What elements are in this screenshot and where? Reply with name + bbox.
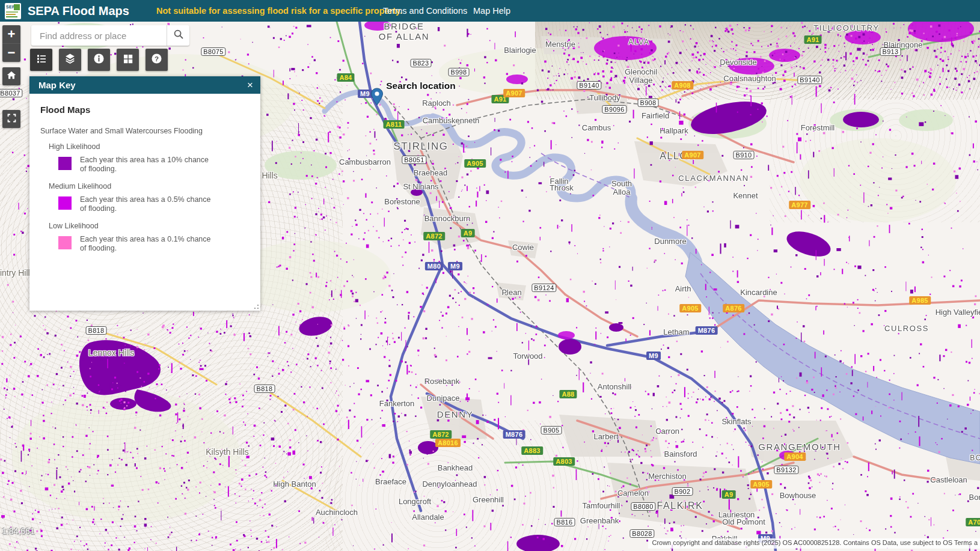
high-likelihood-swatch	[58, 157, 72, 170]
search-input[interactable]	[31, 25, 167, 46]
warning-banner: Not suitable for assessing flood risk fo…	[156, 0, 402, 22]
search-location-pin	[370, 88, 384, 106]
legend-button[interactable]	[30, 49, 52, 71]
search-location-label: Search location	[386, 81, 455, 91]
key-entry-medium: Each year this area has a 0.5% chance of…	[58, 195, 250, 213]
search-button[interactable]	[167, 25, 189, 46]
zoom-controls: + −	[2, 25, 20, 62]
grid-icon	[123, 53, 133, 67]
likelihood-label-high: High Likelihood	[49, 142, 250, 151]
layers-icon	[64, 53, 76, 67]
map-help-link[interactable]: Map Help	[473, 0, 510, 22]
map-key-panel: Map Key × Flood Maps Surface Water and S…	[29, 76, 260, 311]
low-likelihood-swatch	[58, 236, 72, 249]
map-key-title: Map Key	[38, 80, 247, 90]
panel-resize-handle[interactable]	[253, 303, 259, 309]
map-scale: 1:84,661	[2, 526, 35, 536]
fullscreen-icon	[7, 113, 17, 126]
app-title: SEPA Flood Maps	[28, 4, 129, 18]
layers-button[interactable]	[59, 49, 81, 71]
home-icon	[6, 70, 17, 83]
likelihood-label-medium: Medium Likelihood	[49, 182, 250, 190]
map-key-close-button[interactable]: ×	[247, 80, 253, 90]
attribution: Crown copyright and database rights (202…	[648, 538, 980, 549]
basemap-button[interactable]	[117, 49, 139, 71]
likelihood-label-low: Low Likelihood	[49, 222, 250, 230]
medium-likelihood-swatch	[58, 196, 72, 210]
key-entry-high: Each year this area has a 10% chance of …	[58, 156, 250, 174]
home-button[interactable]	[2, 67, 20, 85]
zoom-in-button[interactable]: +	[2, 25, 20, 43]
map-key-section-label: Surface Water and Small Watercourses Flo…	[40, 127, 250, 135]
key-entry-low: Each year this area has a 0.1% chance of…	[58, 235, 250, 253]
terms-and-conditions-link[interactable]: Terms and Conditions	[383, 0, 467, 22]
low-likelihood-description: Each year this area has a 0.1% chance of…	[80, 235, 213, 253]
search-box	[31, 25, 189, 46]
map-key-header: Map Key ×	[29, 76, 260, 94]
help-icon: ?	[151, 53, 162, 67]
info-icon	[93, 53, 105, 67]
high-likelihood-description: Each year this area has a 10% chance of …	[80, 156, 213, 174]
help-button[interactable]: ?	[145, 49, 168, 71]
legend-icon	[36, 53, 47, 67]
app-header: SEPA SEPA Flood Maps Not suitable for as…	[0, 0, 980, 22]
sepa-logo: SEPA	[5, 3, 21, 19]
info-button[interactable]	[88, 49, 110, 71]
map-toolbar: ?	[30, 49, 168, 71]
medium-likelihood-description: Each year this area has a 0.5% chance of…	[80, 195, 213, 213]
map-key-heading: Flood Maps	[40, 105, 250, 115]
map-key-body: Flood Maps Surface Water and Small Water…	[29, 94, 260, 253]
fullscreen-button[interactable]	[2, 110, 20, 128]
zoom-out-button[interactable]: −	[2, 43, 20, 62]
search-icon	[173, 29, 184, 42]
svg-text:?: ?	[155, 55, 159, 62]
